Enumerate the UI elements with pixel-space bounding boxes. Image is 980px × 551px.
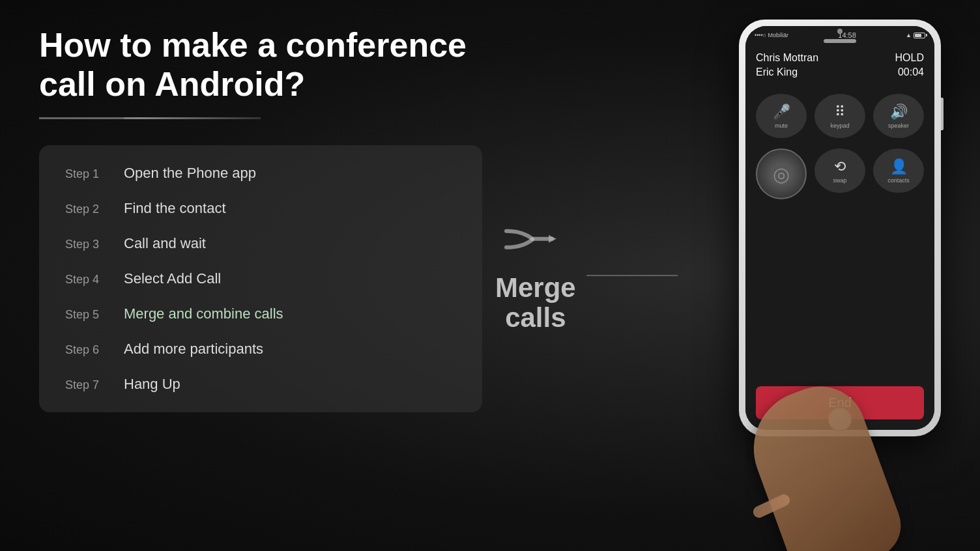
carrier-label: ••••○ Mobiliär	[755, 32, 788, 38]
caller2-name: Eric King	[756, 66, 818, 78]
step-5-number: Step 5	[65, 308, 104, 322]
swap-icon: ⟲	[834, 158, 846, 175]
phone-body: ••••○ Mobiliär 14:58 ▲ Chris Mottran Eri…	[739, 20, 941, 436]
speaker-button[interactable]: 🔊 speaker	[873, 94, 924, 138]
page-title: How to make a conference call on Android…	[39, 26, 495, 104]
keypad-icon: ⠿	[835, 104, 845, 120]
svg-marker-0	[549, 235, 556, 243]
phone-mockup: ••••○ Mobiliär 14:58 ▲ Chris Mottran Eri…	[739, 20, 941, 436]
button-row-2: ◎ ⟲ swap 👤 contacts	[756, 148, 924, 199]
contacts-button[interactable]: 👤 contacts	[873, 148, 924, 193]
contacts-icon: 👤	[890, 158, 908, 175]
step-6-number: Step 6	[65, 343, 104, 357]
title-divider	[39, 117, 261, 119]
swap-label: swap	[833, 177, 846, 184]
step-6-text: Add more participants	[124, 341, 263, 358]
phone-buttons-area: 🎤 mute ⠿ keypad 🔊 speaker ◎	[745, 85, 934, 380]
left-panel: How to make a conference call on Android…	[39, 26, 495, 412]
steps-card: Step 1 Open the Phone app Step 2 Find th…	[39, 145, 482, 412]
add-call-icon: ◎	[773, 163, 790, 186]
step-1-text: Open the Phone app	[124, 165, 256, 182]
step-3-number: Step 3	[65, 238, 104, 251]
button-row-1: 🎤 mute ⠿ keypad 🔊 speaker	[756, 94, 924, 138]
call-info-section: Chris Mottran Eric King HOLD 00:04	[745, 44, 934, 85]
signal-bars: ▲	[906, 32, 912, 38]
step-2-text: Find the contact	[124, 200, 226, 217]
phone-home-button	[828, 408, 852, 431]
step-1-row: Step 1 Open the Phone app	[65, 165, 456, 182]
phone-speaker-grille	[824, 39, 856, 43]
mute-label: mute	[775, 122, 788, 129]
step-6-row: Step 6 Add more participants	[65, 341, 456, 358]
hold-badge: HOLD	[895, 52, 924, 64]
speaker-label: speaker	[888, 122, 909, 129]
speaker-icon: 🔊	[890, 104, 908, 120]
step-2-row: Step 2 Find the contact	[65, 200, 456, 217]
step-3-row: Step 3 Call and wait	[65, 235, 456, 252]
step-5-text: Merge and combine calls	[124, 305, 283, 322]
step-7-text: Hang Up	[124, 376, 180, 393]
swap-button[interactable]: ⟲ swap	[814, 148, 865, 193]
call-timer: 00:04	[898, 66, 924, 78]
step-1-number: Step 1	[65, 167, 104, 181]
caller-names: Chris Mottran Eric King	[756, 52, 818, 78]
phone-camera	[837, 29, 843, 34]
phone-screen: ••••○ Mobiliär 14:58 ▲ Chris Mottran Eri…	[745, 26, 934, 430]
caller1-name: Chris Mottran	[756, 52, 818, 64]
merge-label: Merge calls	[495, 273, 576, 333]
merge-arrows-icon	[503, 218, 568, 268]
mute-button[interactable]: 🎤 mute	[756, 94, 807, 138]
mute-icon: 🎤	[773, 104, 790, 120]
step-4-number: Step 4	[65, 273, 104, 287]
step-4-text: Select Add Call	[124, 270, 221, 287]
step-7-row: Step 7 Hang Up	[65, 376, 456, 393]
keypad-label: keypad	[830, 122, 849, 129]
phone-side-button	[941, 98, 944, 130]
merge-center: Merge calls	[495, 218, 576, 333]
battery-indicator: ▲	[906, 32, 925, 38]
keypad-button[interactable]: ⠿ keypad	[814, 94, 865, 138]
step-4-row: Step 4 Select Add Call	[65, 270, 456, 287]
battery-icon	[914, 33, 925, 38]
step-3-text: Call and wait	[124, 235, 206, 252]
step-5-row: Step 5 Merge and combine calls	[65, 305, 456, 322]
call-status: HOLD 00:04	[895, 52, 924, 78]
contacts-label: contacts	[887, 177, 910, 184]
add-call-button[interactable]: ◎	[756, 148, 807, 199]
step-7-number: Step 7	[65, 378, 104, 392]
connector-line	[586, 275, 678, 276]
step-2-number: Step 2	[65, 203, 104, 216]
